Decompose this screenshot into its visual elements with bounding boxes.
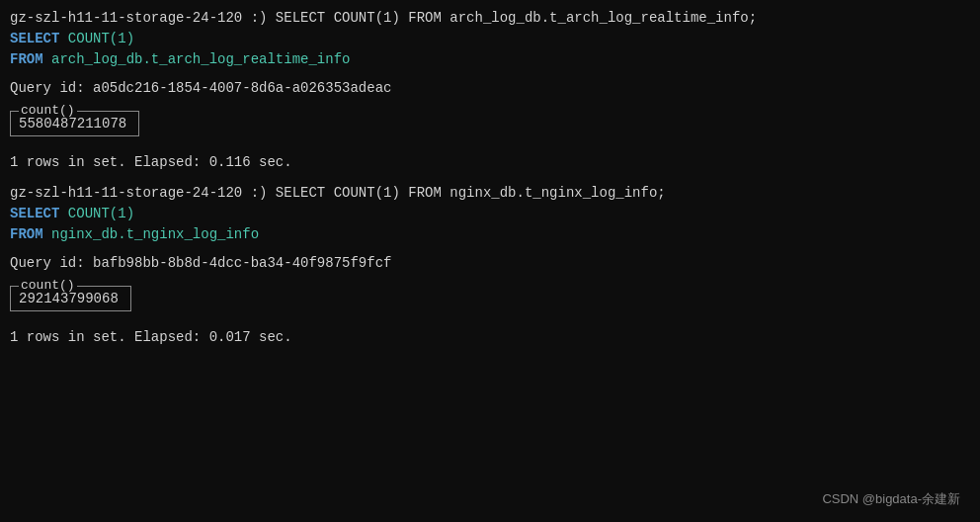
from-table-1: arch_log_db.t_arch_log_realtime_info	[51, 51, 350, 67]
block2: gz-szl-h11-11-storage-24-120 :) SELECT C…	[10, 183, 970, 348]
select-function-2: COUNT(1)	[68, 206, 134, 221]
query-id-value-2: bafb98bb-8b8d-4dcc-ba34-40f9875f9fcf	[93, 255, 391, 271]
result-table-1: count() 5580487211078	[10, 111, 139, 136]
formatted-from-2: FROM nginx_db.t_nginx_log_info	[10, 224, 970, 245]
rows-info-2: 1 rows in set. Elapsed: 0.017 sec.	[10, 327, 970, 348]
select-keyword-2: SELECT	[10, 206, 59, 221]
query-id-1: Query id: a05dc216-1854-4007-8d6a-a02635…	[10, 78, 970, 99]
query-id-2: Query id: bafb98bb-8b8d-4dcc-ba34-40f987…	[10, 253, 970, 274]
prompt-line-2: gz-szl-h11-11-storage-24-120 :) SELECT C…	[10, 183, 970, 204]
select-keyword-1: SELECT	[10, 31, 59, 46]
formatted-from-1: FROM arch_log_db.t_arch_log_realtime_inf…	[10, 49, 970, 70]
query-id-value-1: a05dc216-1854-4007-8d6a-a026353adeac	[93, 80, 391, 96]
from-keyword-1: FROM	[10, 51, 43, 67]
formatted-select-2: SELECT COUNT(1)	[10, 204, 970, 224]
block1: gz-szl-h11-11-storage-24-120 :) SELECT C…	[10, 8, 970, 173]
prompt-prefix-2: gz-szl-h11-11-storage-24-120 :)	[10, 185, 276, 201]
select-function-1: COUNT(1)	[68, 31, 134, 46]
count-header-1: count()	[19, 103, 77, 118]
query-id-label-1: Query id:	[10, 80, 93, 96]
prompt-sql-2: SELECT COUNT(1) FROM nginx_db.t_nginx_lo…	[276, 185, 666, 201]
formatted-select-1: SELECT COUNT(1)	[10, 29, 970, 49]
count-header-2: count()	[19, 278, 77, 293]
prompt-line-1: gz-szl-h11-11-storage-24-120 :) SELECT C…	[10, 8, 970, 29]
terminal: gz-szl-h11-11-storage-24-120 :) SELECT C…	[10, 8, 970, 514]
result-table-2: count() 292143799068	[10, 286, 131, 311]
prompt-prefix-1: gz-szl-h11-11-storage-24-120 :)	[10, 10, 276, 26]
prompt-sql-1: SELECT COUNT(1) FROM arch_log_db.t_arch_…	[276, 10, 757, 26]
from-table-2: nginx_db.t_nginx_log_info	[51, 226, 259, 242]
from-keyword-2: FROM	[10, 226, 43, 242]
rows-info-1: 1 rows in set. Elapsed: 0.116 sec.	[10, 152, 970, 173]
watermark: CSDN @bigdata-余建新	[822, 490, 960, 508]
query-id-label-2: Query id:	[10, 255, 93, 271]
